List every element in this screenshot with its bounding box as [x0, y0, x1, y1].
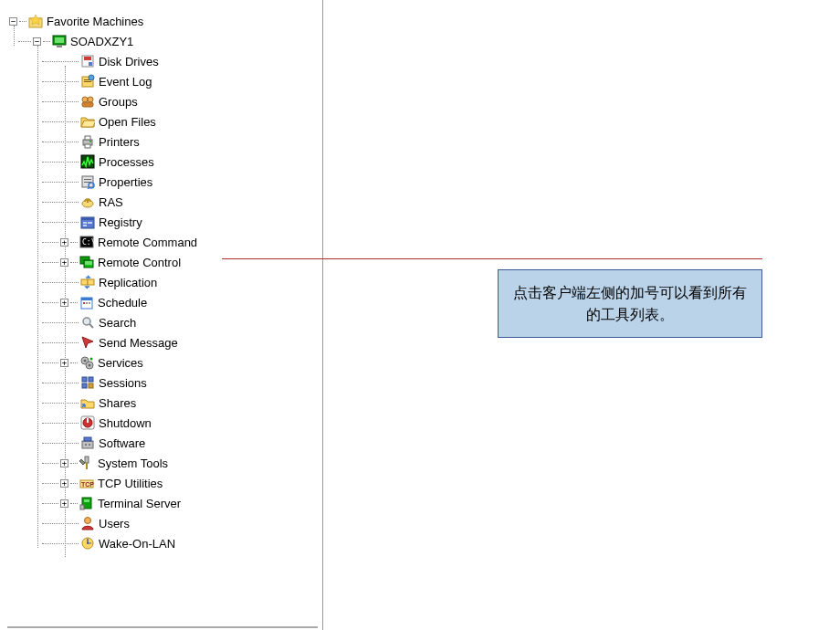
terminal-icon	[79, 496, 94, 510]
svg-rect-54	[89, 383, 93, 388]
expander-minus-icon[interactable]: −	[9, 17, 17, 26]
tree-label: Favorite Machines	[47, 15, 143, 28]
svg-rect-51	[82, 377, 87, 382]
services-icon	[79, 355, 94, 370]
expander-plus-icon[interactable]: +	[60, 258, 68, 267]
tree-item-processes[interactable]: Processes	[7, 152, 322, 172]
tree-label: Groups	[99, 95, 138, 109]
tree-item-system-tools[interactable]: +System Tools	[7, 453, 322, 473]
svg-point-50	[90, 358, 93, 361]
tree-item-shutdown[interactable]: Shutdown	[7, 413, 322, 433]
tree-item-event-log[interactable]: Event Log	[7, 71, 322, 91]
printers-icon	[80, 134, 95, 149]
tree-label: Disk Drives	[99, 55, 159, 68]
tree-item-terminal-server[interactable]: +Terminal Server	[7, 493, 322, 513]
svg-point-11	[89, 75, 94, 80]
tree-item-search[interactable]: Search	[7, 312, 322, 332]
tree-item-send-message[interactable]: Send Message	[7, 332, 322, 352]
tree-label: Users	[99, 517, 130, 530]
remotectrl-icon	[79, 255, 94, 269]
tree-item-software[interactable]: Software	[7, 433, 322, 453]
expander-plus-icon[interactable]: +	[60, 299, 68, 307]
svg-rect-53	[82, 383, 87, 388]
properties-icon	[80, 174, 95, 189]
svg-rect-52	[89, 377, 93, 382]
tree-item-favorite-machines[interactable]: − Favorite Machines	[7, 11, 322, 31]
tree-label: Shutdown	[99, 416, 152, 430]
tree-label: Sessions	[99, 376, 147, 390]
sendmsg-icon	[80, 335, 95, 350]
tree-item-properties[interactable]: Properties	[7, 172, 322, 192]
svg-rect-38	[88, 279, 94, 285]
expander-plus-icon[interactable]: +	[60, 499, 68, 508]
tree-item-sessions[interactable]: Sessions	[7, 373, 322, 393]
expander-plus-icon[interactable]: +	[60, 238, 68, 247]
tree-label: Properties	[99, 175, 152, 189]
tree-item-wake-on-lan[interactable]: Wake-On-LAN	[7, 533, 322, 553]
tree-item-replication[interactable]: Replication	[7, 272, 322, 292]
svg-rect-10	[84, 81, 91, 82]
software-icon	[80, 436, 95, 450]
svg-rect-28	[81, 217, 94, 220]
svg-text:TCP: TCP	[81, 481, 94, 488]
systemtools-icon	[79, 456, 94, 470]
tree-label: Remote Control	[98, 256, 181, 269]
callout-box: 点击客户端左侧的加号可以看到所有的工具列表。	[498, 269, 762, 338]
tree-item-registry[interactable]: Registry	[7, 212, 322, 232]
tree-label: Processes	[99, 155, 154, 169]
tree-item-machine[interactable]: − SOADXZY1	[7, 31, 322, 51]
tree-label: Software	[99, 436, 145, 450]
svg-rect-17	[85, 144, 90, 148]
tree-item-schedule[interactable]: +Schedule	[7, 292, 322, 312]
tree-item-ras[interactable]: RAS	[7, 192, 322, 212]
tree-label: Terminal Server	[98, 497, 181, 510]
svg-rect-62	[85, 457, 89, 463]
shares-icon	[80, 395, 95, 410]
tree-item-disk-drives[interactable]: Disk Drives	[7, 51, 322, 71]
callout-text: 点击客户端左侧的加号可以看到所有的工具列表。	[509, 282, 751, 326]
remotecmd-icon: C:\	[79, 235, 94, 249]
svg-rect-57	[87, 418, 89, 423]
star-folder-icon	[28, 14, 43, 28]
svg-point-13	[88, 97, 93, 102]
processes-icon	[80, 154, 95, 169]
svg-point-18	[89, 141, 91, 142]
tree-item-services[interactable]: +Services	[7, 352, 322, 373]
svg-rect-14	[82, 102, 93, 107]
svg-point-12	[82, 97, 88, 102]
expander-plus-icon[interactable]: +	[60, 359, 68, 367]
disk-icon	[80, 54, 95, 68]
tree-item-users[interactable]: Users	[7, 513, 322, 533]
schedule-icon	[79, 295, 94, 310]
svg-rect-4	[57, 46, 62, 47]
svg-rect-68	[80, 505, 84, 509]
svg-point-44	[83, 318, 90, 325]
tree-item-open-files[interactable]: Open Files	[7, 111, 322, 131]
tree-label: Printers	[99, 135, 140, 149]
svg-point-69	[85, 518, 91, 524]
svg-rect-36	[85, 261, 92, 265]
tree-item-printers[interactable]: Printers	[7, 131, 322, 152]
replication-icon	[80, 275, 95, 289]
tree-children: Disk DrivesEvent LogGroupsOpen FilesPrin…	[7, 51, 322, 553]
callout-connector-line	[222, 258, 762, 259]
svg-rect-59	[84, 437, 91, 441]
tree-label: System Tools	[98, 457, 168, 470]
tree-label: Send Message	[99, 336, 178, 350]
expander-minus-icon[interactable]: −	[33, 37, 41, 46]
tree-label: Open Files	[99, 115, 156, 129]
svg-rect-67	[84, 499, 89, 502]
svg-rect-37	[81, 279, 88, 285]
openfiles-icon	[80, 114, 95, 129]
svg-rect-26	[87, 200, 89, 203]
tree-item-remote-command[interactable]: +C:\Remote Command	[7, 232, 322, 252]
expander-plus-icon[interactable]: +	[60, 479, 68, 488]
tree-item-groups[interactable]: Groups	[7, 91, 322, 111]
tree-label: Wake-On-LAN	[99, 537, 175, 551]
tree-item-shares[interactable]: Shares	[7, 393, 322, 413]
tree-item-remote-control[interactable]: +Remote Control	[7, 252, 322, 272]
tree-item-tcp-utilities[interactable]: +TCPTCP Utilities	[7, 473, 322, 493]
eventlog-icon	[80, 74, 95, 89]
expander-plus-icon[interactable]: +	[60, 459, 68, 467]
svg-rect-43	[89, 302, 90, 304]
